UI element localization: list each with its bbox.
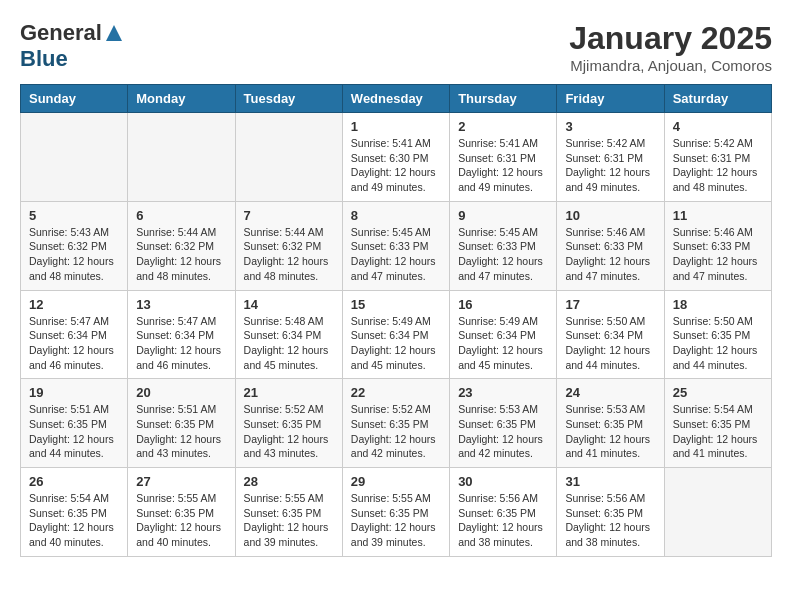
- day-number: 22: [351, 385, 441, 400]
- day-info: Sunrise: 5:53 AM Sunset: 6:35 PM Dayligh…: [565, 402, 655, 461]
- day-number: 1: [351, 119, 441, 134]
- day-info: Sunrise: 5:56 AM Sunset: 6:35 PM Dayligh…: [458, 491, 548, 550]
- day-number: 26: [29, 474, 119, 489]
- day-info: Sunrise: 5:44 AM Sunset: 6:32 PM Dayligh…: [244, 225, 334, 284]
- day-number: 12: [29, 297, 119, 312]
- day-number: 13: [136, 297, 226, 312]
- calendar-cell: 23Sunrise: 5:53 AM Sunset: 6:35 PM Dayli…: [450, 379, 557, 468]
- calendar-cell: 22Sunrise: 5:52 AM Sunset: 6:35 PM Dayli…: [342, 379, 449, 468]
- svg-marker-0: [106, 25, 122, 41]
- day-number: 14: [244, 297, 334, 312]
- day-number: 17: [565, 297, 655, 312]
- day-info: Sunrise: 5:50 AM Sunset: 6:34 PM Dayligh…: [565, 314, 655, 373]
- day-number: 25: [673, 385, 763, 400]
- day-info: Sunrise: 5:51 AM Sunset: 6:35 PM Dayligh…: [136, 402, 226, 461]
- day-number: 15: [351, 297, 441, 312]
- logo-blue-text: Blue: [20, 46, 68, 72]
- weekday-header: Monday: [128, 85, 235, 113]
- day-number: 21: [244, 385, 334, 400]
- calendar-cell: 21Sunrise: 5:52 AM Sunset: 6:35 PM Dayli…: [235, 379, 342, 468]
- day-number: 8: [351, 208, 441, 223]
- calendar-week-row: 19Sunrise: 5:51 AM Sunset: 6:35 PM Dayli…: [21, 379, 772, 468]
- calendar-cell: 4Sunrise: 5:42 AM Sunset: 6:31 PM Daylig…: [664, 113, 771, 202]
- calendar-cell: 15Sunrise: 5:49 AM Sunset: 6:34 PM Dayli…: [342, 290, 449, 379]
- day-info: Sunrise: 5:41 AM Sunset: 6:30 PM Dayligh…: [351, 136, 441, 195]
- day-number: 2: [458, 119, 548, 134]
- day-number: 10: [565, 208, 655, 223]
- calendar-cell: [664, 468, 771, 557]
- calendar-cell: 20Sunrise: 5:51 AM Sunset: 6:35 PM Dayli…: [128, 379, 235, 468]
- calendar-cell: 14Sunrise: 5:48 AM Sunset: 6:34 PM Dayli…: [235, 290, 342, 379]
- calendar-cell: 6Sunrise: 5:44 AM Sunset: 6:32 PM Daylig…: [128, 201, 235, 290]
- calendar-cell: [235, 113, 342, 202]
- day-info: Sunrise: 5:55 AM Sunset: 6:35 PM Dayligh…: [351, 491, 441, 550]
- day-number: 4: [673, 119, 763, 134]
- calendar-week-row: 12Sunrise: 5:47 AM Sunset: 6:34 PM Dayli…: [21, 290, 772, 379]
- day-number: 16: [458, 297, 548, 312]
- day-number: 29: [351, 474, 441, 489]
- day-info: Sunrise: 5:42 AM Sunset: 6:31 PM Dayligh…: [673, 136, 763, 195]
- day-info: Sunrise: 5:41 AM Sunset: 6:31 PM Dayligh…: [458, 136, 548, 195]
- day-number: 20: [136, 385, 226, 400]
- calendar-cell: 9Sunrise: 5:45 AM Sunset: 6:33 PM Daylig…: [450, 201, 557, 290]
- day-info: Sunrise: 5:49 AM Sunset: 6:34 PM Dayligh…: [458, 314, 548, 373]
- day-info: Sunrise: 5:54 AM Sunset: 6:35 PM Dayligh…: [29, 491, 119, 550]
- day-info: Sunrise: 5:56 AM Sunset: 6:35 PM Dayligh…: [565, 491, 655, 550]
- day-info: Sunrise: 5:45 AM Sunset: 6:33 PM Dayligh…: [458, 225, 548, 284]
- day-number: 6: [136, 208, 226, 223]
- calendar-cell: 13Sunrise: 5:47 AM Sunset: 6:34 PM Dayli…: [128, 290, 235, 379]
- day-number: 11: [673, 208, 763, 223]
- location-subtitle: Mjimandra, Anjouan, Comoros: [569, 57, 772, 74]
- day-info: Sunrise: 5:55 AM Sunset: 6:35 PM Dayligh…: [244, 491, 334, 550]
- day-number: 24: [565, 385, 655, 400]
- day-info: Sunrise: 5:46 AM Sunset: 6:33 PM Dayligh…: [565, 225, 655, 284]
- title-block: January 2025 Mjimandra, Anjouan, Comoros: [569, 20, 772, 74]
- weekday-header: Thursday: [450, 85, 557, 113]
- calendar-cell: 11Sunrise: 5:46 AM Sunset: 6:33 PM Dayli…: [664, 201, 771, 290]
- day-info: Sunrise: 5:54 AM Sunset: 6:35 PM Dayligh…: [673, 402, 763, 461]
- day-info: Sunrise: 5:47 AM Sunset: 6:34 PM Dayligh…: [29, 314, 119, 373]
- calendar-cell: 7Sunrise: 5:44 AM Sunset: 6:32 PM Daylig…: [235, 201, 342, 290]
- calendar-week-row: 26Sunrise: 5:54 AM Sunset: 6:35 PM Dayli…: [21, 468, 772, 557]
- calendar-cell: [128, 113, 235, 202]
- calendar-cell: 27Sunrise: 5:55 AM Sunset: 6:35 PM Dayli…: [128, 468, 235, 557]
- calendar-cell: 2Sunrise: 5:41 AM Sunset: 6:31 PM Daylig…: [450, 113, 557, 202]
- calendar-cell: 24Sunrise: 5:53 AM Sunset: 6:35 PM Dayli…: [557, 379, 664, 468]
- day-info: Sunrise: 5:52 AM Sunset: 6:35 PM Dayligh…: [351, 402, 441, 461]
- day-info: Sunrise: 5:42 AM Sunset: 6:31 PM Dayligh…: [565, 136, 655, 195]
- day-info: Sunrise: 5:47 AM Sunset: 6:34 PM Dayligh…: [136, 314, 226, 373]
- calendar-cell: 8Sunrise: 5:45 AM Sunset: 6:33 PM Daylig…: [342, 201, 449, 290]
- logo: General Blue: [20, 20, 124, 72]
- calendar-cell: 28Sunrise: 5:55 AM Sunset: 6:35 PM Dayli…: [235, 468, 342, 557]
- weekday-header: Friday: [557, 85, 664, 113]
- day-number: 31: [565, 474, 655, 489]
- weekday-header-row: SundayMondayTuesdayWednesdayThursdayFrid…: [21, 85, 772, 113]
- day-info: Sunrise: 5:53 AM Sunset: 6:35 PM Dayligh…: [458, 402, 548, 461]
- calendar-cell: 1Sunrise: 5:41 AM Sunset: 6:30 PM Daylig…: [342, 113, 449, 202]
- weekday-header: Saturday: [664, 85, 771, 113]
- day-number: 27: [136, 474, 226, 489]
- calendar-cell: 16Sunrise: 5:49 AM Sunset: 6:34 PM Dayli…: [450, 290, 557, 379]
- calendar-cell: 17Sunrise: 5:50 AM Sunset: 6:34 PM Dayli…: [557, 290, 664, 379]
- calendar-cell: 3Sunrise: 5:42 AM Sunset: 6:31 PM Daylig…: [557, 113, 664, 202]
- calendar-cell: 12Sunrise: 5:47 AM Sunset: 6:34 PM Dayli…: [21, 290, 128, 379]
- day-info: Sunrise: 5:43 AM Sunset: 6:32 PM Dayligh…: [29, 225, 119, 284]
- calendar-cell: 18Sunrise: 5:50 AM Sunset: 6:35 PM Dayli…: [664, 290, 771, 379]
- day-number: 28: [244, 474, 334, 489]
- calendar-cell: 10Sunrise: 5:46 AM Sunset: 6:33 PM Dayli…: [557, 201, 664, 290]
- day-number: 18: [673, 297, 763, 312]
- day-number: 9: [458, 208, 548, 223]
- day-info: Sunrise: 5:44 AM Sunset: 6:32 PM Dayligh…: [136, 225, 226, 284]
- calendar-cell: 25Sunrise: 5:54 AM Sunset: 6:35 PM Dayli…: [664, 379, 771, 468]
- day-info: Sunrise: 5:49 AM Sunset: 6:34 PM Dayligh…: [351, 314, 441, 373]
- day-number: 5: [29, 208, 119, 223]
- day-info: Sunrise: 5:48 AM Sunset: 6:34 PM Dayligh…: [244, 314, 334, 373]
- calendar-cell: 19Sunrise: 5:51 AM Sunset: 6:35 PM Dayli…: [21, 379, 128, 468]
- day-info: Sunrise: 5:45 AM Sunset: 6:33 PM Dayligh…: [351, 225, 441, 284]
- calendar-cell: 5Sunrise: 5:43 AM Sunset: 6:32 PM Daylig…: [21, 201, 128, 290]
- weekday-header: Sunday: [21, 85, 128, 113]
- calendar-cell: 30Sunrise: 5:56 AM Sunset: 6:35 PM Dayli…: [450, 468, 557, 557]
- day-info: Sunrise: 5:50 AM Sunset: 6:35 PM Dayligh…: [673, 314, 763, 373]
- day-number: 19: [29, 385, 119, 400]
- calendar-week-row: 1Sunrise: 5:41 AM Sunset: 6:30 PM Daylig…: [21, 113, 772, 202]
